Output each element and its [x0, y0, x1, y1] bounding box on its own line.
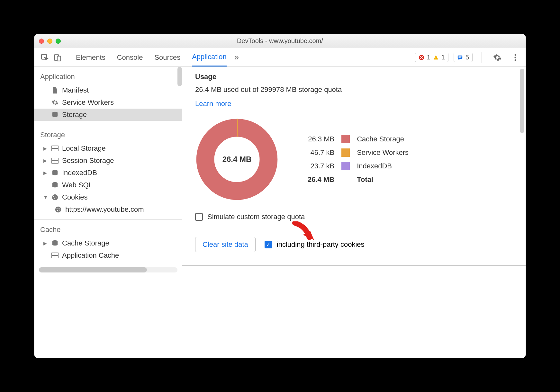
svg-rect-37 [52, 253, 55, 255]
database-icon [51, 239, 59, 247]
svg-rect-4 [436, 57, 436, 58]
tab-console[interactable]: Console [117, 48, 143, 67]
svg-rect-22 [55, 161, 58, 163]
svg-rect-15 [55, 146, 58, 148]
devtools-window: DevTools - www.youtube.com/ Elements Con… [34, 34, 526, 358]
simulate-quota-row: Simulate custom storage quota [195, 213, 513, 221]
toolbar-right: 1 1 5 [415, 51, 522, 64]
panel-footer [182, 265, 526, 278]
tab-application[interactable]: Application [192, 48, 227, 67]
storage-panel: Usage 26.4 MB used out of 299978 MB stor… [182, 67, 526, 358]
error-count: 1 [427, 54, 430, 61]
error-icon [419, 55, 424, 60]
cookie-icon [54, 206, 62, 213]
sidebar-section-storage: Storage ▶ Local Storage ▶ Session Storag… [34, 125, 182, 220]
usage-donut-center: 26.4 MB [195, 118, 279, 201]
sidebar-item-label: Session Storage [62, 156, 114, 165]
svg-rect-39 [52, 256, 55, 258]
sidebar-item-service-workers[interactable]: Service Workers [34, 96, 182, 109]
sidebar-item-label: Cache Storage [62, 239, 109, 247]
sidebar-item-websql[interactable]: Web SQL [34, 179, 182, 191]
svg-rect-14 [52, 146, 55, 148]
sidebar-item-label: Manifest [62, 86, 89, 94]
legend-swatch [341, 135, 350, 143]
chevron-right-icon: ▶ [43, 170, 48, 175]
sidebar-item-manifest[interactable]: Manifest [34, 84, 182, 96]
svg-point-29 [56, 197, 57, 198]
tab-elements[interactable]: Elements [76, 48, 105, 67]
inspect-element-icon[interactable] [38, 51, 51, 64]
console-status-messages[interactable]: 5 [454, 53, 473, 62]
sidebar-item-label: Application Cache [62, 251, 119, 260]
clear-site-data-button[interactable]: Clear site data [195, 237, 256, 252]
sidebar-item-local-storage[interactable]: ▶ Local Storage [34, 142, 182, 155]
sidebar-item-label: Cookies [62, 193, 87, 201]
device-toolbar-icon[interactable] [51, 51, 64, 64]
settings-icon[interactable] [491, 51, 504, 64]
kebab-menu-icon[interactable] [509, 51, 522, 64]
sidebar-item-cache-storage[interactable]: ▶ Cache Storage [34, 237, 182, 249]
sidebar-hscrollbar[interactable] [39, 267, 177, 272]
legend-size: 26.3 MB [308, 135, 334, 143]
application-sidebar: Application Manifest Service Workers Sto… [34, 67, 182, 358]
sidebar-item-cookies[interactable]: ▼ Cookies [34, 191, 182, 203]
simulate-quota-checkbox[interactable] [195, 213, 203, 221]
legend-swatch [341, 162, 350, 170]
sidebar-item-storage[interactable]: Storage [34, 109, 182, 121]
tabs-overflow-icon[interactable]: » [234, 52, 239, 62]
usage-legend: 26.3 MB Cache Storage 46.7 kB Service Wo… [308, 135, 409, 184]
svg-rect-40 [55, 256, 58, 258]
svg-point-28 [54, 198, 55, 199]
usage-summary: 26.4 MB used out of 299978 MB storage qu… [195, 85, 513, 94]
console-status-errors-warnings[interactable]: 1 1 [415, 53, 448, 62]
svg-point-33 [57, 210, 58, 211]
sidebar-item-session-storage[interactable]: ▶ Session Storage [34, 155, 182, 167]
svg-point-34 [59, 209, 60, 210]
database-icon [51, 169, 59, 177]
chevron-down-icon: ▼ [43, 195, 48, 200]
third-party-cookies-checkbox[interactable]: ✓ [265, 241, 272, 248]
separator [482, 52, 482, 63]
sidebar-heading: Application [34, 70, 182, 84]
svg-rect-2 [57, 56, 61, 61]
chevron-right-icon: ▶ [43, 241, 48, 246]
learn-more-link[interactable]: Learn more [195, 100, 231, 108]
sidebar-hscroll-thumb[interactable] [39, 267, 147, 272]
svg-point-32 [59, 208, 59, 209]
sidebar-section-application: Application Manifest Service Workers Sto… [34, 67, 182, 125]
svg-rect-7 [458, 56, 461, 57]
svg-rect-8 [458, 57, 460, 58]
panel-tabs: Elements Console Sources Application [76, 48, 227, 67]
cookie-icon [51, 193, 59, 201]
simulate-quota-label: Simulate custom storage quota [207, 213, 305, 221]
sidebar-item-label: Web SQL [62, 181, 93, 189]
svg-point-31 [57, 208, 58, 209]
main-vscroll-thumb[interactable] [520, 69, 524, 133]
legend-name: Cache Storage [357, 135, 409, 143]
titlebar: DevTools - www.youtube.com/ [34, 34, 526, 48]
database-icon [51, 181, 59, 189]
content: Application Manifest Service Workers Sto… [34, 67, 526, 358]
usage-chart-row: 26.4 MB 26.3 MB Cache Storage 46.7 kB Se… [195, 118, 513, 201]
usage-heading: Usage [195, 73, 513, 81]
sidebar-item-application-cache[interactable]: Application Cache [34, 249, 182, 262]
separator [68, 52, 68, 63]
sidebar-vscroll-thumb[interactable] [177, 67, 182, 86]
chevron-right-icon: ▶ [43, 158, 48, 163]
svg-point-26 [53, 196, 54, 197]
devtools-toolbar: Elements Console Sources Application » 1… [34, 48, 526, 67]
sidebar-item-cookie-origin[interactable]: https://www.youtube.com [34, 203, 182, 216]
legend-size: 46.7 kB [308, 148, 334, 157]
sidebar-heading: Storage [34, 128, 182, 142]
warning-icon [433, 55, 439, 60]
sidebar-section-cache: Cache ▶ Cache Storage Application Cache [34, 220, 182, 265]
legend-total-size: 26.4 MB [308, 175, 334, 184]
svg-rect-16 [52, 149, 55, 151]
sidebar-item-label: Service Workers [62, 98, 114, 107]
sidebar-item-indexeddb[interactable]: ▶ IndexedDB [34, 167, 182, 179]
table-icon [51, 145, 59, 152]
tab-sources[interactable]: Sources [154, 48, 180, 67]
svg-point-10 [515, 57, 516, 58]
window-title: DevTools - www.youtube.com/ [34, 37, 526, 45]
table-icon [51, 157, 59, 165]
